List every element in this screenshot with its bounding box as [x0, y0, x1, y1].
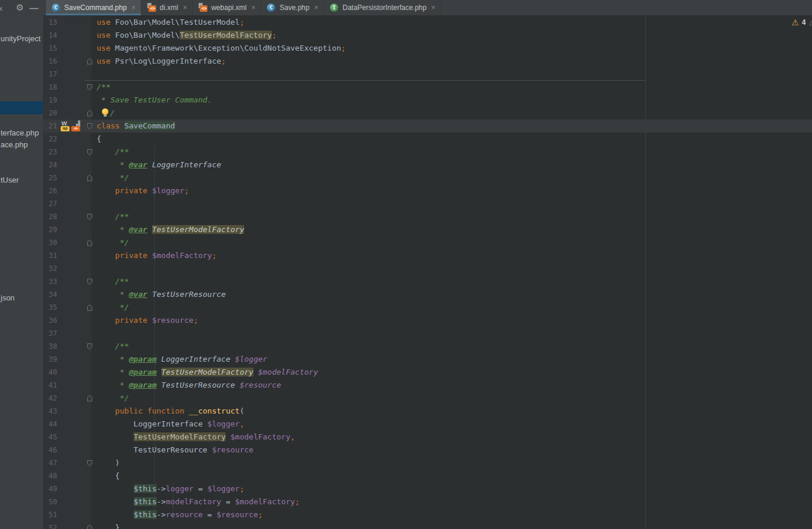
code-text[interactable]: TestUserModelFactory $modelFactory, — [95, 431, 812, 444]
code-text[interactable]: { — [95, 470, 812, 482]
code-editor[interactable]: 13use Foo\Bar\Model\TestUserModel;14use … — [43, 15, 812, 529]
code-text[interactable]: class SaveCommand — [95, 120, 812, 133]
line-number[interactable]: 16 — [43, 55, 60, 68]
line-number[interactable]: 21 — [43, 120, 60, 133]
line-number[interactable]: 48 — [43, 470, 60, 482]
project-tree-item[interactable]: tUser — [1, 174, 19, 186]
fold-marker[interactable] — [84, 288, 95, 301]
fold-marker[interactable] — [84, 470, 95, 482]
fold-marker[interactable] — [84, 184, 95, 197]
line-number[interactable]: 37 — [43, 327, 60, 340]
code-text[interactable]: */ — [95, 171, 812, 184]
code-text[interactable]: TestUserResource $resource — [95, 444, 812, 457]
line-number[interactable]: 42 — [43, 392, 60, 405]
editor-tab-savecommand-php[interactable]: CSaveCommand.php× — [46, 0, 141, 15]
tab-close-icon[interactable]: × — [431, 4, 435, 12]
fold-marker[interactable] — [84, 392, 95, 405]
code-text[interactable] — [95, 327, 812, 340]
fold-marker[interactable] — [84, 418, 95, 431]
line-number[interactable]: 46 — [43, 444, 60, 457]
fold-marker[interactable] — [84, 236, 95, 249]
code-text[interactable]: { — [95, 133, 812, 146]
code-text[interactable]: ) — [95, 457, 812, 470]
fold-marker[interactable] — [84, 508, 95, 521]
fold-marker[interactable] — [84, 457, 95, 470]
code-text[interactable]: private $logger; — [95, 184, 812, 197]
line-number[interactable]: 13 — [43, 16, 60, 29]
project-tree-item[interactable]: terface.php — [1, 127, 39, 139]
fold-marker[interactable] — [84, 495, 95, 508]
code-text[interactable]: private $resource; — [95, 314, 812, 327]
project-tree-item[interactable]: ace.php — [1, 139, 28, 151]
line-number[interactable]: 20 — [43, 107, 60, 120]
code-text[interactable]: $this->resource = $resource; — [95, 508, 812, 521]
tab-close-icon[interactable]: × — [314, 4, 318, 12]
line-number[interactable]: 15 — [43, 42, 60, 55]
code-text[interactable]: LoggerInterface $logger, — [95, 418, 812, 431]
code-text[interactable]: $this->modelFactory = $modelFactory; — [95, 495, 812, 508]
line-number[interactable]: 32 — [43, 262, 60, 275]
tab-close-icon[interactable]: × — [131, 4, 136, 12]
line-number[interactable]: 34 — [43, 288, 60, 301]
code-text[interactable]: /** — [95, 210, 812, 223]
line-number[interactable]: 39 — [43, 353, 60, 366]
intention-bulb-icon[interactable] — [101, 108, 110, 117]
line-number[interactable]: 26 — [43, 184, 60, 197]
fold-marker[interactable] — [84, 146, 95, 158]
fold-marker[interactable] — [84, 314, 95, 327]
line-number[interactable]: 43 — [43, 405, 60, 418]
magento-di-gutter-icon[interactable]: ▟<> — [71, 121, 81, 131]
code-text[interactable]: } — [95, 521, 812, 529]
code-text[interactable]: use Magento\Framework\Exception\CouldNot… — [95, 42, 812, 55]
editor-tab-webapi-xml[interactable]: <>webapi.xml× — [193, 0, 261, 15]
code-text[interactable] — [95, 197, 812, 210]
line-number[interactable]: 41 — [43, 379, 60, 392]
fold-marker[interactable] — [84, 262, 95, 275]
panel-collapse-icon[interactable]: « — [0, 0, 1, 15]
code-text[interactable]: * @var TestUserModelFactory — [95, 223, 812, 236]
code-text[interactable] — [95, 262, 812, 275]
line-number[interactable]: 31 — [43, 249, 60, 262]
line-number[interactable]: 14 — [43, 29, 60, 42]
settings-gear-icon[interactable]: ⚙ — [16, 0, 24, 15]
line-number[interactable]: 49 — [43, 482, 60, 495]
fold-marker[interactable] — [84, 482, 95, 495]
fold-marker[interactable] — [84, 223, 95, 236]
line-number[interactable]: 52 — [43, 521, 60, 529]
fold-marker[interactable] — [84, 81, 95, 94]
line-number[interactable]: 50 — [43, 495, 60, 508]
code-text[interactable]: /** — [95, 146, 812, 158]
fold-marker[interactable] — [84, 249, 95, 262]
code-text[interactable]: /** — [95, 275, 812, 288]
editor-tab-save-php[interactable]: CSave.php× — [261, 0, 324, 15]
line-number[interactable]: 35 — [43, 301, 60, 314]
code-text[interactable]: * @param TestUserModelFactory $modelFact… — [95, 366, 812, 379]
code-text[interactable] — [95, 68, 812, 81]
line-number[interactable]: 38 — [43, 340, 60, 353]
line-number[interactable]: 30 — [43, 236, 60, 249]
code-text[interactable]: / — [95, 107, 812, 120]
minimize-icon[interactable]: — — [29, 0, 38, 15]
project-tree-item[interactable]: unityProject — [1, 33, 41, 45]
tab-close-icon[interactable]: × — [251, 4, 255, 12]
fold-marker[interactable] — [84, 42, 95, 55]
fold-marker[interactable] — [84, 379, 95, 392]
line-number[interactable]: 19 — [43, 94, 60, 107]
fold-marker[interactable] — [84, 521, 95, 529]
line-number[interactable]: 44 — [43, 418, 60, 431]
fold-marker[interactable] — [84, 68, 95, 81]
code-text[interactable]: */ — [95, 392, 812, 405]
fold-marker[interactable] — [84, 353, 95, 366]
fold-marker[interactable] — [84, 120, 95, 133]
fold-marker[interactable] — [84, 55, 95, 68]
inspections-widget[interactable]: ⚠ 4 ⚠ — [791, 18, 812, 27]
code-text[interactable]: */ — [95, 301, 812, 314]
fold-marker[interactable] — [84, 171, 95, 184]
fold-marker[interactable] — [84, 366, 95, 379]
line-number[interactable]: 47 — [43, 457, 60, 470]
code-text[interactable]: private $modelFactory; — [95, 249, 812, 262]
code-text[interactable]: use Foo\Bar\Model\TestUserModel; — [95, 16, 812, 29]
line-number[interactable]: 51 — [43, 508, 60, 521]
fold-marker[interactable] — [84, 301, 95, 314]
fold-marker[interactable] — [84, 405, 95, 418]
